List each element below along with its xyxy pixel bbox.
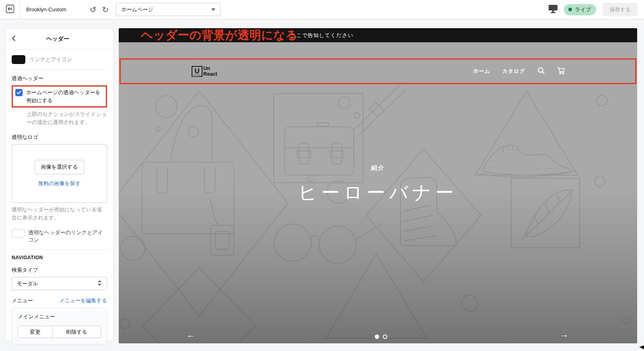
undo-button[interactable]: ↺ — [90, 6, 97, 14]
live-dot-icon — [568, 8, 572, 11]
chevron-left-icon — [12, 35, 16, 43]
transparent-header-checkbox-highlight: ホームページの透過ヘッダーを有効にする — [12, 85, 107, 107]
redo-button[interactable]: ↻ — [102, 6, 109, 14]
menu-card: メインメニュー 変更 削除する — [12, 308, 107, 345]
search-icon — [537, 67, 545, 76]
color-swatch-white[interactable] — [12, 229, 25, 238]
logo-text: Un React — [203, 66, 217, 76]
announcement-bar: ヘッダーの背景が透明になる ここで告知してください — [119, 28, 637, 42]
transparent-logo-heading: 透明なロゴ — [12, 134, 107, 141]
sidebar-header: ヘッダー — [5, 29, 114, 50]
transparent-header-checkbox[interactable] — [15, 89, 23, 96]
theme-preview: ヘッダーの背景が透明になる ここで告知してください — [119, 28, 637, 343]
slide-dots — [375, 334, 387, 339]
select-updown-icon — [97, 280, 102, 287]
link-icon-color-setting[interactable]: リンクとアイコン — [12, 55, 107, 64]
select-image-button[interactable]: 画像を選択する — [35, 160, 85, 174]
save-button[interactable]: 保存する — [603, 3, 638, 16]
slide-dot[interactable] — [383, 334, 387, 339]
transparent-header-help: 上部のセクションがスライドショーの場合に適用されます。 — [27, 110, 109, 126]
search-type-label: 検索タイプ — [12, 266, 107, 274]
live-status-badge: ライブ — [564, 4, 596, 15]
store-nav: ホーム カタログ — [473, 67, 566, 76]
cart-button[interactable] — [557, 67, 566, 76]
menu-label: メニュー — [12, 297, 33, 304]
page-selector-value: ホームページ — [121, 6, 153, 13]
sidebar-title: ヘッダー — [16, 35, 100, 43]
desktop-icon — [549, 5, 557, 14]
divider — [12, 249, 107, 250]
menu-name: メインメニュー — [18, 313, 101, 320]
hero-title: ヒーローバナー — [298, 180, 458, 205]
search-type-value: モーダル — [17, 280, 38, 287]
edit-menu-link[interactable]: メニューを編集する — [59, 297, 107, 304]
topbar: Brooklyn-Custom ↺ ↻ ホームページ ライブ 保存する — [0, 0, 644, 19]
color-swatch-black[interactable] — [12, 55, 25, 64]
cart-icon — [557, 67, 566, 76]
transparent-link-icon-color-setting[interactable]: 透明なヘッダーのリンクとアイコン — [12, 229, 107, 244]
red-annotation-text: ヘッダーの背景が透明になる — [141, 28, 298, 43]
free-images-link[interactable]: 無料の画像を探す — [38, 180, 80, 187]
theme-title: Brooklyn-Custom — [26, 6, 66, 12]
navigation-section-heading: NAVIGATION — [12, 255, 107, 260]
hero-slideshow: U Un React ホーム カタログ — [119, 42, 637, 343]
nav-link-catalog[interactable]: カタログ — [502, 68, 525, 75]
divider — [12, 69, 107, 70]
transparent-header-heading: 透過ヘッダー — [12, 75, 107, 82]
next-slide-button[interactable]: → — [560, 329, 569, 340]
exit-editor-button[interactable] — [3, 3, 17, 17]
color-setting-label: 透明なヘッダーのリンクとアイコン — [29, 229, 107, 244]
store-header: U Un React ホーム カタログ — [119, 60, 637, 83]
nav-link-home[interactable]: ホーム — [473, 68, 490, 75]
change-menu-button[interactable]: 変更 — [18, 326, 53, 338]
store-logo[interactable]: U Un React — [192, 66, 217, 76]
previous-slide-button[interactable]: ← — [186, 330, 195, 340]
logo-mark: U — [192, 66, 202, 77]
transparent-logo-help: 透明なヘッダーが有効になっている場合に表示されます。 — [12, 206, 107, 222]
settings-sidebar: ヘッダー リンクとアイコン 透過ヘッダー ホームページの透過ヘッダーを有効にする… — [5, 28, 114, 341]
color-setting-label: リンクとアイコン — [29, 56, 72, 63]
page-selector-dropdown[interactable]: ホームページ — [116, 3, 221, 16]
hero-subtitle: 紹介 — [371, 164, 385, 172]
exit-icon — [5, 4, 15, 15]
image-picker: 画像を選択する 無料の画像を探す — [12, 144, 107, 203]
live-label: ライブ — [575, 6, 591, 13]
checkbox-label[interactable]: ホームページの透過ヘッダーを有効にする — [26, 89, 103, 104]
search-type-select[interactable]: モーダル — [12, 277, 107, 290]
search-button[interactable] — [537, 67, 545, 76]
back-button[interactable] — [12, 35, 16, 43]
announcement-text: ここで告知してください — [291, 32, 354, 39]
mouse-cursor — [638, 343, 644, 351]
desktop-preview-button[interactable] — [549, 5, 557, 14]
chevron-down-icon — [211, 8, 215, 11]
delete-menu-button[interactable]: 削除する — [53, 326, 101, 338]
slide-dot-active[interactable] — [375, 334, 379, 339]
topbar-divider — [19, 0, 20, 19]
